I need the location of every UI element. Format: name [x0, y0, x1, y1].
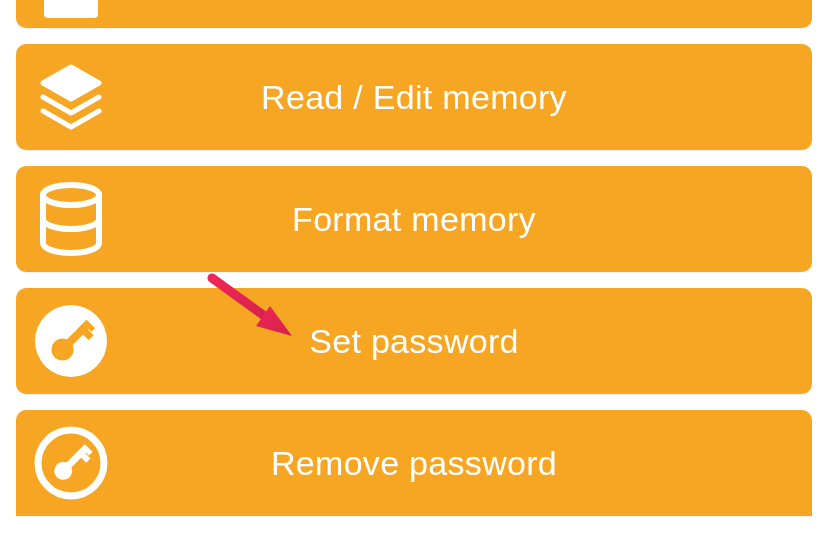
menu-item-0[interactable]: [16, 0, 812, 28]
menu-item-label: Format memory: [292, 200, 536, 238]
layers-icon: [16, 59, 126, 135]
menu-item-label: Read / Edit memory: [261, 78, 567, 116]
svg-point-2: [43, 185, 99, 205]
menu-item-read-edit-memory[interactable]: Read / Edit memory: [16, 44, 812, 150]
svg-marker-1: [43, 67, 99, 99]
menu-item-format-memory[interactable]: Format memory: [16, 166, 812, 272]
key-icon: [16, 300, 126, 382]
menu-item-set-password[interactable]: Set password: [16, 288, 812, 394]
menu-item-label-wrap: Read / Edit memory: [16, 78, 812, 117]
svg-rect-0: [44, 0, 98, 18]
menu-list: Read / Edit memory Format memory: [0, 0, 828, 516]
menu-item-remove-password[interactable]: Remove password: [16, 410, 812, 516]
key-outline-icon: [16, 422, 126, 504]
menu-item-label: Remove password: [271, 444, 557, 482]
menu-item-label-wrap: Remove password: [16, 444, 812, 483]
menu-item-label-wrap: Set password: [16, 322, 812, 361]
lock-icon: [16, 0, 126, 26]
database-icon: [16, 181, 126, 257]
menu-item-label: Set password: [309, 322, 519, 360]
menu-item-label-wrap: Format memory: [16, 200, 812, 239]
